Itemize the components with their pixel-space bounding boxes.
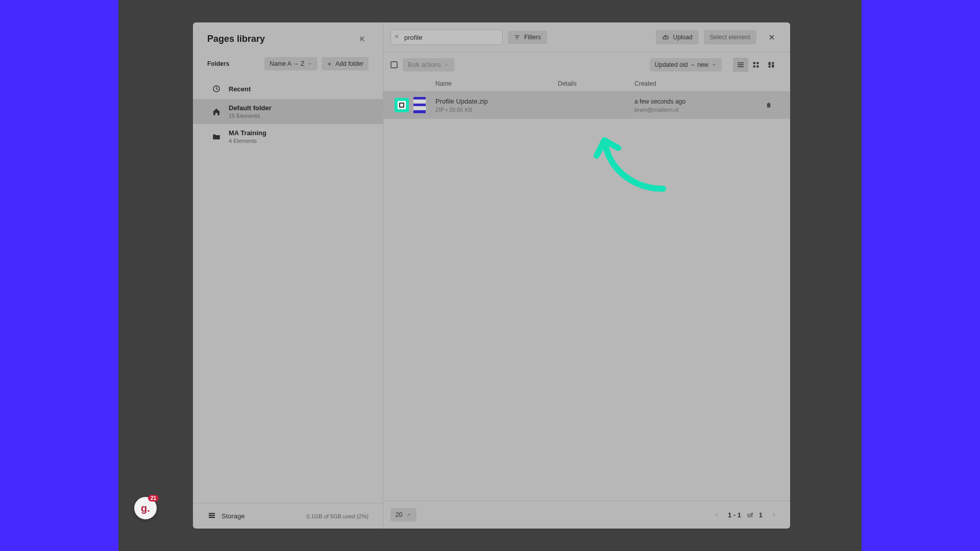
folder-sort-label: Name A → Z [270,60,304,67]
sidebar-item-sublabel: 4 Elements [229,138,266,144]
svg-rect-6 [753,65,755,67]
collapse-sidebar-button[interactable] [356,33,369,45]
svg-rect-7 [756,65,758,67]
trash-icon [765,102,772,109]
pages-library-modal: Pages library Folders Name A → Z Add fol… [193,22,790,529]
select-element-button[interactable]: Select element [704,30,756,44]
table-header: Name Details Created [383,77,790,91]
plus-icon [327,61,332,67]
close-modal-button[interactable] [765,30,779,44]
bulk-actions-label: Bulk actions [408,61,441,68]
col-header-name: Name [435,80,558,87]
home-icon [211,107,222,117]
file-meta: ZIP • 20.65 KB [435,107,558,113]
bulk-actions-dropdown[interactable]: Bulk actions [403,58,454,71]
view-masonry-button[interactable] [764,58,779,72]
view-list-button[interactable] [733,58,748,72]
sidebar-item-label: Default folder [229,104,272,112]
row-checkbox[interactable] [399,103,404,108]
page-background: Pages library Folders Name A → Z Add fol… [0,0,980,551]
next-page-button[interactable] [769,510,779,520]
page-title: Pages library [207,34,265,44]
badge-count: 21 [148,495,159,502]
sidebar-footer: Storage 0.1GB of 5GB used (2%) [193,503,383,529]
upload-button[interactable]: Upload [656,30,699,44]
pagination: 1 - 1 of 1 [712,510,779,520]
arrow-icon [592,128,694,209]
upload-label: Upload [673,34,693,41]
sidebar-item-label: MA Training [229,129,266,137]
page-size-dropdown[interactable]: 20 [390,508,416,521]
of-label: of [747,511,753,519]
page-range: 1 - 1 [728,511,741,519]
file-name: Profile Update.zip [435,97,558,105]
cloud-upload-icon [662,34,669,41]
chevron-left-icon [714,512,720,518]
page-size-value: 20 [396,511,402,518]
main-footer: 20 1 - 1 of 1 [383,500,790,529]
chevron-up-icon [406,512,411,517]
list-sort-dropdown[interactable]: Updated old → new [650,58,722,71]
folder-sort-dropdown[interactable]: Name A → Z [264,57,317,70]
storage-label: Storage [222,512,245,520]
sidebar: Pages library Folders Name A → Z Add fol… [193,22,383,529]
close-icon [768,33,776,41]
page-total: 1 [759,511,763,519]
close-icon [394,34,400,40]
col-header-created: Created [634,80,758,87]
chevron-down-icon [712,62,717,67]
table-row[interactable]: Profile Update.zip ZIP • 20.65 KB a few … [383,91,790,119]
col-header-details: Details [558,80,634,87]
svg-rect-10 [769,66,771,67]
chevron-right-icon [771,512,777,518]
list-icon [736,60,745,69]
add-folder-button[interactable]: Add folder [322,57,369,70]
help-widget-badge[interactable]: g. 21 [134,497,157,519]
view-toggle-group [733,58,779,72]
clear-search-button[interactable] [394,34,400,41]
search-field-wrapper [390,30,503,45]
chevron-down-icon [444,62,449,67]
select-all-checkbox[interactable] [390,61,398,68]
masonry-icon [767,61,775,69]
main-panel: Filters Upload Select element Bulk actio… [383,22,790,529]
search-input[interactable] [390,30,503,45]
storage-icon [207,511,216,521]
row-checkbox-highlight [395,98,409,112]
svg-rect-2 [209,515,215,516]
filters-label: Filters [524,34,541,41]
main-toolbar: Filters Upload Select element [383,22,790,53]
annotation-arrow [592,128,694,209]
grid-icon [752,61,760,69]
svg-rect-3 [209,517,215,518]
chevron-first-icon [359,35,366,42]
storage-usage: 0.1GB of 5GB used (2%) [306,513,369,519]
clock-icon [211,84,222,94]
folder-icon [211,132,222,142]
svg-rect-9 [772,62,774,64]
sidebar-item-recent[interactable]: Recent [193,79,383,99]
sidebar-item-default-folder[interactable]: Default folder 15 Elements [193,99,383,124]
select-element-label: Select element [710,34,750,41]
filter-icon [514,34,520,40]
list-toolbar: Bulk actions Updated old → new [383,53,790,77]
delete-row-button[interactable] [758,102,779,109]
list-sort-label: Updated old → new [655,61,708,68]
prev-page-button[interactable] [712,510,722,520]
svg-rect-4 [753,62,755,64]
folder-list: Recent Default folder 15 Elements [193,72,383,149]
chevron-down-icon [307,61,312,66]
svg-rect-5 [756,62,758,64]
svg-rect-1 [209,513,215,514]
add-folder-label: Add folder [335,60,363,67]
folders-heading: Folders [207,60,229,67]
badge-glyph: g. [141,503,150,514]
filters-button[interactable]: Filters [508,31,547,44]
created-when: a few seconds ago [634,98,758,105]
sidebar-item-label: Recent [229,85,251,93]
sidebar-item-sublabel: 15 Elements [229,113,272,119]
view-grid-button[interactable] [748,58,764,72]
file-thumbnail [413,96,426,114]
sidebar-item-ma-training[interactable]: MA Training 4 Elements [193,124,383,149]
svg-rect-8 [769,62,771,65]
